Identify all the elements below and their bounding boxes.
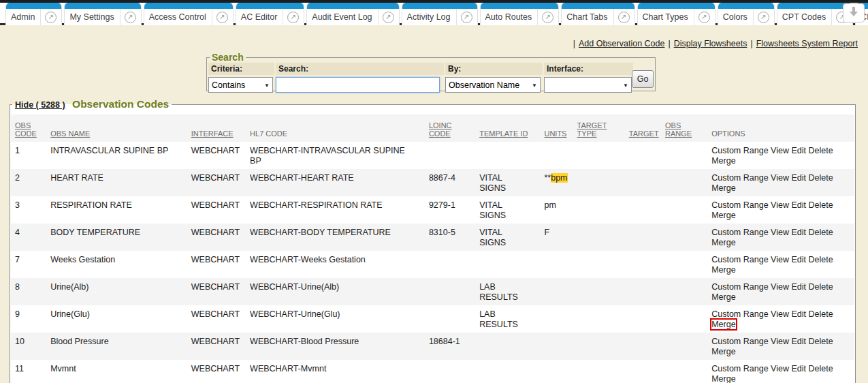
- column-header[interactable]: TEMPLATE ID: [475, 114, 540, 142]
- option-custom-range-link[interactable]: Custom Range: [711, 309, 768, 319]
- option-edit-link[interactable]: Edit: [791, 309, 806, 319]
- nav-tab[interactable]: AC Editor ↗: [236, 3, 305, 25]
- go-button[interactable]: Go: [632, 70, 654, 88]
- option-view-link[interactable]: View: [771, 173, 789, 183]
- option-custom-range-link[interactable]: Custom Range: [711, 364, 768, 373]
- nav-tab[interactable]: Activity Log ↗: [402, 3, 478, 25]
- option-custom-range-link[interactable]: Custom Range: [711, 255, 768, 264]
- option-custom-range-link[interactable]: Custom Range: [711, 200, 768, 210]
- open-in-new-icon[interactable]: ↗: [698, 12, 710, 23]
- open-in-new-icon[interactable]: ↗: [216, 12, 228, 23]
- option-view-link[interactable]: View: [771, 228, 789, 237]
- option-merge-link[interactable]: Merge: [711, 156, 735, 166]
- option-edit-link[interactable]: Edit: [791, 282, 806, 292]
- option-view-link[interactable]: View: [771, 255, 789, 264]
- option-custom-range-link[interactable]: Custom Range: [711, 282, 768, 292]
- option-custom-range-link[interactable]: Custom Range: [711, 173, 768, 183]
- table-row: 1 INTRAVASCULAR SUPINE BP WEBCHART WEBCH…: [11, 142, 854, 169]
- option-delete-link[interactable]: Delete: [808, 228, 833, 237]
- cell-interface: WEBCHART: [187, 278, 246, 305]
- cell-obs-code: 10: [11, 333, 46, 360]
- option-edit-link[interactable]: Edit: [791, 337, 806, 346]
- nav-tab[interactable]: Chart Tabs ↗: [561, 3, 634, 25]
- option-merge-link[interactable]: Merge: [711, 320, 735, 329]
- option-delete-link[interactable]: Delete: [808, 282, 833, 292]
- table-row: 8 Urine(Alb) WEBCHART WEBCHART-Urine(Alb…: [11, 278, 854, 305]
- column-header[interactable]: LOINC CODE: [425, 114, 475, 142]
- option-delete-link[interactable]: Delete: [808, 337, 833, 346]
- option-view-link[interactable]: View: [771, 146, 789, 155]
- cell-obs-name: INTRAVASCULAR SUPINE BP: [46, 142, 187, 169]
- column-header[interactable]: OBS CODE: [11, 114, 46, 142]
- option-custom-range-link[interactable]: Custom Range: [711, 146, 768, 155]
- nav-tab[interactable]: Chart Types ↗: [637, 3, 716, 25]
- option-edit-link[interactable]: Edit: [791, 173, 806, 183]
- option-merge-link[interactable]: Merge: [711, 265, 735, 275]
- tab-overflow-button[interactable]: [843, 3, 865, 22]
- nav-tab[interactable]: My Settings ↗: [64, 3, 141, 25]
- option-merge-link[interactable]: Merge: [711, 292, 735, 302]
- option-edit-link[interactable]: Edit: [791, 228, 806, 237]
- scroll-down-icon: [848, 6, 859, 20]
- option-merge-link[interactable]: Merge: [711, 211, 735, 220]
- header-link[interactable]: Display Flowsheets: [674, 39, 748, 48]
- option-merge-link[interactable]: Merge: [711, 374, 735, 383]
- open-in-new-icon[interactable]: ↗: [461, 12, 472, 23]
- cell-obs-code: 3: [11, 196, 46, 224]
- option-delete-link[interactable]: Delete: [808, 200, 833, 210]
- option-delete-link[interactable]: Delete: [808, 173, 833, 183]
- header-link[interactable]: Flowsheets System Report: [756, 39, 858, 48]
- column-header[interactable]: TARGET: [625, 114, 661, 142]
- option-delete-link[interactable]: Delete: [808, 255, 833, 264]
- criteria-select[interactable]: Contains: [208, 77, 273, 93]
- by-select[interactable]: Observation Name: [445, 77, 541, 93]
- option-view-link[interactable]: View: [771, 282, 789, 292]
- column-header[interactable]: UNITS: [540, 114, 573, 142]
- open-in-new-icon[interactable]: ↗: [45, 12, 57, 23]
- open-in-new-icon[interactable]: ↗: [618, 12, 630, 23]
- open-in-new-icon[interactable]: ↗: [383, 12, 394, 23]
- search-input[interactable]: [276, 77, 440, 93]
- option-custom-range-link[interactable]: Custom Range: [711, 337, 768, 346]
- cell-units: pm: [540, 196, 573, 224]
- column-header[interactable]: OBS NAME: [46, 114, 187, 142]
- option-merge-link[interactable]: Merge: [711, 347, 735, 356]
- column-header[interactable]: OBS RANGE: [661, 114, 707, 142]
- tab-divider: [694, 9, 694, 25]
- interface-select[interactable]: [544, 77, 632, 93]
- option-delete-link[interactable]: Delete: [808, 364, 833, 373]
- nav-tab[interactable]: CPT Codes ↗: [777, 3, 853, 25]
- nav-tab[interactable]: Admin ↗: [5, 3, 62, 25]
- open-in-new-icon[interactable]: ↗: [758, 12, 769, 23]
- option-edit-link[interactable]: Edit: [791, 146, 806, 155]
- option-delete-link[interactable]: Delete: [808, 146, 833, 155]
- nav-tab[interactable]: Colors ↗: [718, 3, 775, 25]
- nav-tab[interactable]: Audit Event Log ↗: [306, 3, 399, 25]
- cell-loinc-code: 9279-1: [425, 196, 475, 224]
- cell-hl7-code: WEBCHART-Mvmnt: [246, 360, 425, 383]
- option-edit-link[interactable]: Edit: [791, 364, 806, 373]
- option-view-link[interactable]: View: [771, 200, 789, 210]
- option-edit-link[interactable]: Edit: [791, 255, 806, 264]
- open-in-new-icon[interactable]: ↗: [287, 12, 299, 23]
- cell-template-id: LAB RESULTS: [475, 305, 540, 333]
- option-merge-link[interactable]: Merge: [711, 238, 735, 247]
- table-header-row: OBS CODEOBS NAMEINTERFACEHL7 CODELOINC C…: [11, 114, 854, 142]
- open-in-new-icon[interactable]: ↗: [125, 12, 136, 23]
- open-in-new-icon[interactable]: ↗: [542, 12, 553, 23]
- option-delete-link[interactable]: Delete: [808, 309, 833, 319]
- nav-tab[interactable]: Access Control ↗: [144, 3, 234, 25]
- header-link[interactable]: Add Observation Code: [579, 39, 664, 48]
- hide-count-link[interactable]: Hide ( 5288 ): [15, 100, 65, 110]
- column-header[interactable]: INTERFACE: [187, 114, 246, 142]
- option-view-link[interactable]: View: [771, 309, 789, 319]
- column-header[interactable]: TARGET TYPE: [573, 114, 625, 142]
- option-merge-link[interactable]: Merge: [711, 183, 735, 193]
- option-edit-link[interactable]: Edit: [791, 200, 806, 210]
- option-custom-range-link[interactable]: Custom Range: [711, 228, 768, 237]
- option-view-link[interactable]: View: [771, 337, 789, 346]
- option-view-link[interactable]: View: [771, 364, 789, 373]
- tab-label: Admin: [11, 12, 35, 22]
- table-row: 4 BODY TEMPERATURE WEBCHART WEBCHART-BOD…: [11, 224, 854, 251]
- nav-tab[interactable]: Auto Routes ↗: [480, 3, 560, 25]
